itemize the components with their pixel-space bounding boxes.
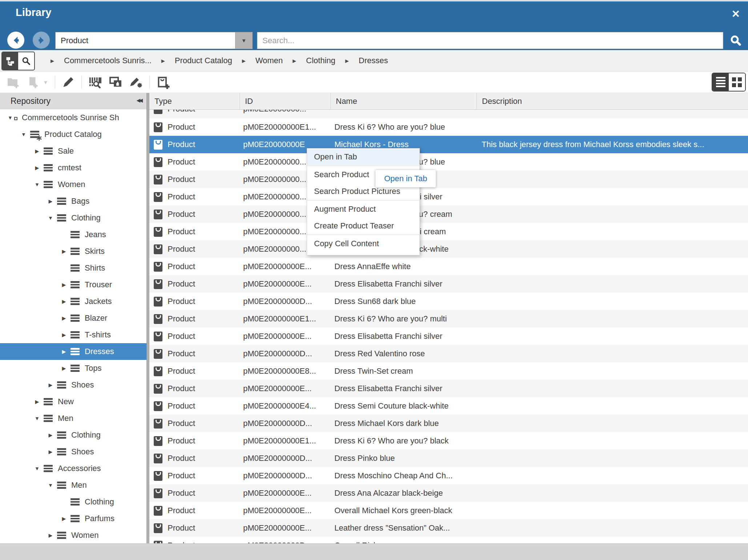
table-row[interactable]: ProductpM0E20000000...Dress Ki 6? Who ar…: [149, 206, 748, 223]
bottom-scroll-strip[interactable]: [0, 543, 748, 560]
table-row[interactable]: ProductpM0E20000000E...Leather dress ”Se…: [149, 519, 748, 537]
context-menu-item-open-in-tab[interactable]: Open in Tab: [307, 149, 419, 165]
panel-splitter[interactable]: [146, 93, 149, 560]
chevron-collapsed-icon[interactable]: ▶: [60, 365, 68, 371]
context-menu-item-create-product-teaser[interactable]: Create Product Teaser: [307, 218, 419, 234]
table-row[interactable]: ProductpM0E20000000...Dress Elisabetta F…: [149, 223, 748, 240]
sidebar-item-men[interactable]: ▼Men: [0, 410, 146, 427]
table-row[interactable]: ProductpM0E20000000E...Dress Elisabetta …: [149, 275, 748, 293]
column-header-name[interactable]: Name: [331, 93, 477, 109]
table-row[interactable]: ProductpM0E20000000E4...Dress Semi Coutu…: [149, 397, 748, 415]
sidebar-item-cmtest[interactable]: ▶cmtest: [0, 159, 146, 176]
table-row[interactable]: ProductpM0E20000000E1...Dress Ki 6? Who …: [149, 432, 748, 450]
sidebar-item-shoes[interactable]: ▶Shoes: [0, 377, 146, 393]
breadcrumb-item[interactable]: Product Catalog: [175, 56, 232, 65]
table-row[interactable]: ProductpM0E20000000D...Dress Pinko blue: [149, 450, 748, 467]
sidebar-item-skirts[interactable]: ▶Skirts: [0, 243, 146, 260]
chevron-collapsed-icon[interactable]: ▶: [60, 248, 68, 254]
chevron-expanded-icon[interactable]: ▼: [33, 415, 41, 421]
table-row[interactable]: ProductpM0E20000000...: [149, 171, 748, 188]
table-row[interactable]: ProductpM0E20000000E1...Dress Ki 6? Who …: [149, 310, 748, 328]
table-row[interactable]: ProductpM0E20000000E...Overall Michael K…: [149, 502, 748, 519]
sidebar-item-women[interactable]: ▶Women: [0, 527, 146, 544]
chevron-collapsed-icon[interactable]: ▶: [46, 432, 55, 438]
sidebar-item-dresses[interactable]: ▶Dresses: [0, 343, 146, 360]
sidebar-item-jackets[interactable]: ▶Jackets: [0, 293, 146, 310]
chevron-collapsed-icon[interactable]: ▶: [46, 449, 55, 455]
breadcrumb-item[interactable]: Clothing: [306, 56, 335, 65]
forward-button[interactable]: [33, 32, 50, 49]
grid-view-icon[interactable]: [729, 73, 745, 91]
chevron-collapsed-icon[interactable]: ▶: [46, 382, 55, 388]
table-row[interactable]: ProductpM0E20000000E...Dress Elisabetta …: [149, 328, 748, 345]
column-header-id[interactable]: ID: [240, 93, 331, 109]
category-dropdown[interactable]: Product ▼: [55, 32, 253, 49]
table-row[interactable]: ProductpM0E20000000D...Dress Sun68 dark …: [149, 293, 748, 310]
add-product-icon[interactable]: [156, 75, 170, 89]
sidebar-item-clothing[interactable]: ▶Clothing: [0, 427, 146, 443]
chevron-expanded-icon[interactable]: ▼: [46, 482, 55, 488]
barcode-search-icon[interactable]: [88, 75, 102, 89]
table-row[interactable]: ProductpM0E20000000...Dress Semi Couture…: [149, 240, 748, 258]
table-row[interactable]: ProductpM0E20000000E...Dress AnnaEffe wh…: [149, 258, 748, 275]
table-row[interactable]: ProductpM0E20000000...: [149, 110, 748, 118]
tree-view-icon[interactable]: [2, 52, 18, 70]
table-row[interactable]: ProductpM0E20000000D...Dress Moschino Ch…: [149, 467, 748, 484]
chevron-expanded-icon[interactable]: ▼: [33, 182, 41, 187]
sidebar-item-accessories[interactable]: ▼Accessories: [0, 460, 146, 477]
table-row[interactable]: ProductpM0E20000000E1...Dress Ki 6? Who …: [149, 118, 748, 136]
sidebar-item-commercetools-sunrise-sh[interactable]: ▼Commercetools Sunrise Sh: [0, 109, 146, 126]
table-row[interactable]: ProductpM0E20000000D...Dress Michael Kor…: [149, 415, 748, 432]
sidebar-item-women[interactable]: ▼Women: [0, 176, 146, 193]
search-icon[interactable]: [728, 33, 743, 48]
edit-star-icon[interactable]: [129, 75, 143, 89]
column-header-description[interactable]: Description: [477, 93, 748, 109]
table-row[interactable]: ProductpM0E20000000EMichael Kors - Dress…: [149, 136, 748, 153]
chevron-collapsed-icon[interactable]: ▶: [60, 282, 68, 288]
chevron-collapsed-icon[interactable]: ▶: [60, 315, 68, 321]
chevron-expanded-icon[interactable]: ▼: [6, 115, 15, 121]
search-view-icon[interactable]: [18, 52, 34, 70]
table-row[interactable]: ProductpM0E20000000...Dress Elisabetta F…: [149, 188, 748, 206]
sidebar-item-product-catalog[interactable]: ▼∗Product Catalog: [0, 126, 146, 143]
sidebar-item-trouser[interactable]: ▶Trouser: [0, 276, 146, 293]
sidebar-item-blazer[interactable]: ▶Blazer: [0, 310, 146, 326]
breadcrumb-item[interactable]: Dresses: [359, 56, 388, 65]
sidebar-item-tops[interactable]: ▶Tops: [0, 360, 146, 377]
sidebar-item-shirts[interactable]: Shirts: [0, 260, 146, 276]
breadcrumb-item[interactable]: Commercetools Sunris...: [64, 56, 152, 65]
sidebar-item-shoes[interactable]: ▶Shoes: [0, 443, 146, 460]
sidebar-item-t-shirts[interactable]: ▶T-shirts: [0, 326, 146, 343]
column-header-type[interactable]: Type: [149, 93, 240, 109]
table-row[interactable]: ProductpM0E20000000D...Dress Red Valenti…: [149, 345, 748, 362]
chevron-collapsed-icon[interactable]: ▶: [33, 148, 41, 154]
chevron-collapsed-icon[interactable]: ▶: [60, 299, 68, 304]
chevron-collapsed-icon[interactable]: ▶: [60, 332, 68, 338]
search-input[interactable]: [257, 32, 723, 49]
table-row[interactable]: ProductpM0E20000000...Dress Ki 6? Who ar…: [149, 153, 748, 171]
sidebar-item-new[interactable]: ▶New: [0, 393, 146, 410]
chevron-expanded-icon[interactable]: ▼: [46, 215, 55, 221]
collapse-panel-icon[interactable]: ◀◀: [136, 97, 141, 103]
back-button[interactable]: [7, 32, 24, 49]
table-row[interactable]: ProductpM0E20000000E8...Dress Twin-Set c…: [149, 362, 748, 380]
sidebar-item-clothing[interactable]: ▼Clothing: [0, 210, 146, 226]
sidebar-item-bags[interactable]: ▶Bags: [0, 193, 146, 210]
table-row[interactable]: ProductpM0E20000000E...Dress Ana Alcazar…: [149, 484, 748, 502]
list-view-icon[interactable]: [712, 73, 729, 91]
close-icon[interactable]: ✕: [732, 8, 740, 20]
chevron-collapsed-icon[interactable]: ▶: [33, 165, 41, 171]
context-menu-item-copy-cell-content[interactable]: Copy Cell Content: [307, 235, 419, 252]
table-row[interactable]: ProductpM0E20000000D...Overall Rich...: [149, 537, 748, 543]
chevron-expanded-icon[interactable]: ▼: [33, 466, 41, 471]
sidebar-item-jeans[interactable]: Jeans: [0, 226, 146, 243]
sidebar-item-parfums[interactable]: ▶Parfums: [0, 510, 146, 527]
chevron-collapsed-icon[interactable]: ▶: [60, 516, 68, 522]
edit-icon[interactable]: [62, 76, 75, 89]
sidebar-item-men[interactable]: ▼Men: [0, 477, 146, 494]
context-menu-item-augment-product[interactable]: Augment Product: [307, 201, 419, 218]
chevron-collapsed-icon[interactable]: ▶: [46, 532, 55, 538]
chevron-collapsed-icon[interactable]: ▶: [60, 349, 68, 354]
sidebar-item-sale[interactable]: ▶Sale: [0, 143, 146, 159]
breadcrumb-item[interactable]: Women: [256, 56, 283, 65]
